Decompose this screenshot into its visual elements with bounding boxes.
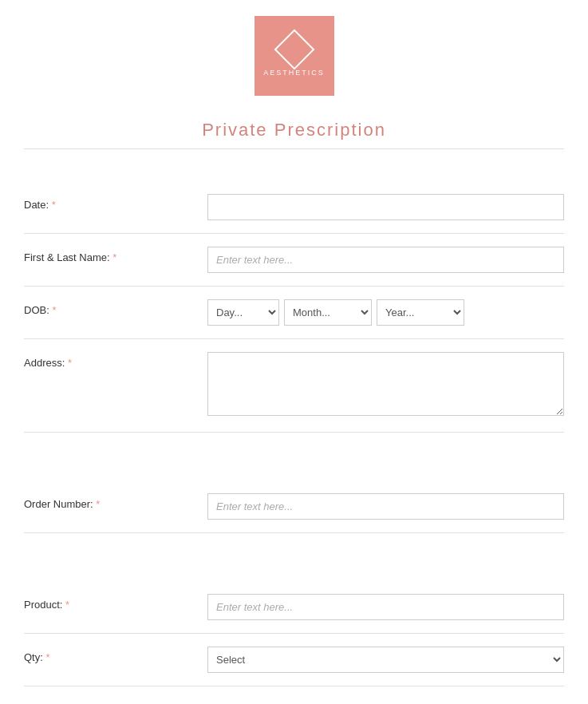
order-number-row: Order Number: * [24, 481, 564, 533]
qty-select[interactable]: Select 12345 678910 [207, 647, 564, 673]
dob-required: * [52, 304, 56, 316]
page-container: AESTHETICS Private Prescription Date: * … [0, 0, 588, 704]
name-row: First & Last Name: * [24, 234, 564, 287]
spacer-3 [24, 457, 564, 481]
qty-field: Select 12345 678910 [207, 647, 564, 673]
product1-row: Product: * [24, 581, 564, 634]
logo-brand-text: AESTHETICS [263, 69, 325, 77]
spacer-5 [24, 557, 564, 581]
name-required: * [112, 251, 116, 263]
date-required: * [52, 199, 56, 211]
spacer-6 [24, 686, 564, 704]
title-section: Private Prescription [0, 104, 588, 148]
name-field [207, 247, 564, 273]
dob-month-select[interactable]: Month... JanuaryFebruaryMarchApril MayJu… [284, 299, 372, 326]
product1-label: Product: * [24, 594, 207, 611]
qty-required: * [45, 651, 49, 663]
qty-label: Qty: * [24, 647, 207, 663]
address-textarea[interactable] [207, 352, 564, 416]
date-label: Date: * [24, 194, 207, 211]
address-field [207, 352, 564, 419]
date-field [207, 194, 564, 220]
order-number-input[interactable] [207, 493, 564, 520]
product1-input[interactable] [207, 594, 564, 620]
order-number-label: Order Number: * [24, 493, 207, 510]
order-required: * [96, 498, 100, 510]
name-input[interactable] [207, 247, 564, 273]
spacer-1 [24, 157, 564, 181]
order-number-field [207, 493, 564, 520]
address-row: Address: * [24, 339, 564, 433]
dob-day-select[interactable]: Day... 12345 678910 1112131415 161718192… [207, 299, 279, 326]
header: AESTHETICS [0, 0, 588, 104]
dob-field: Day... 12345 678910 1112131415 161718192… [207, 299, 564, 326]
form-container: Date: * First & Last Name: * DOB: * [0, 149, 588, 704]
page-title: Private Prescription [0, 120, 588, 140]
dob-label: DOB: * [24, 299, 207, 316]
date-input[interactable] [207, 194, 564, 220]
dob-year-select[interactable]: Year... 2025202420232022 202120202015201… [377, 299, 464, 326]
address-label: Address: * [24, 352, 207, 369]
dob-row: DOB: * Day... 12345 678910 1112131415 16… [24, 287, 564, 339]
logo-diamond-icon [274, 30, 314, 70]
name-label: First & Last Name: * [24, 247, 207, 263]
date-row: Date: * [24, 181, 564, 234]
logo-box: AESTHETICS [255, 16, 334, 96]
qty-row: Qty: * Select 12345 678910 [24, 634, 564, 686]
product1-field [207, 594, 564, 620]
spacer-2 [24, 433, 564, 457]
spacer-4 [24, 533, 564, 557]
product1-required: * [65, 599, 69, 611]
address-required: * [68, 357, 72, 369]
